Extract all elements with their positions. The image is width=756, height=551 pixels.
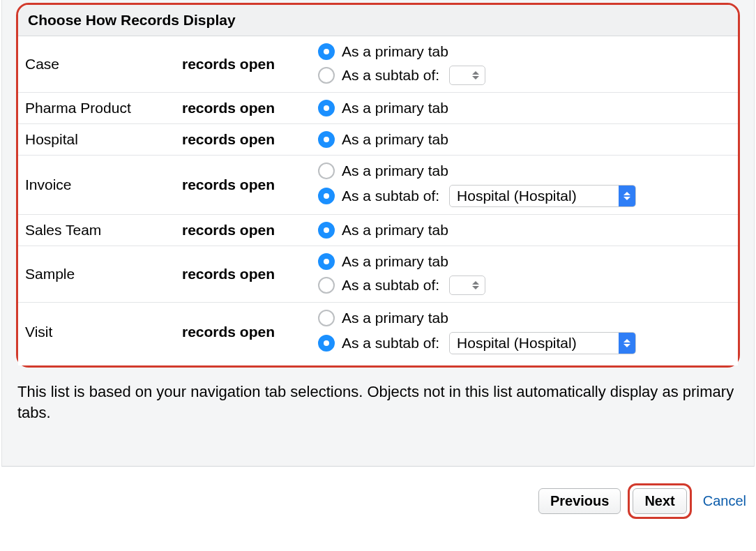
radio-primary[interactable] bbox=[318, 131, 335, 148]
object-name: Pharma Product bbox=[18, 93, 175, 124]
subtab-select[interactable]: Hospital (Hospital) bbox=[449, 332, 636, 354]
previous-button[interactable]: Previous bbox=[538, 488, 621, 514]
options-cell: As a primary tabAs a subtab of: bbox=[311, 246, 738, 303]
chevron-updown-icon bbox=[619, 333, 635, 354]
radio-primary[interactable] bbox=[318, 163, 335, 179]
subtab-select[interactable] bbox=[449, 276, 485, 295]
subtab-select-value: Hospital (Hospital) bbox=[450, 188, 619, 204]
object-name: Sales Team bbox=[18, 215, 175, 246]
option-primary-label: As a primary tab bbox=[342, 163, 448, 179]
option-primary-row: As a primary tab bbox=[318, 160, 731, 182]
table-row: Sales Teamrecords openAs a primary tab bbox=[18, 215, 738, 246]
radio-primary[interactable] bbox=[318, 222, 335, 239]
table-row: Caserecords openAs a primary tabAs a sub… bbox=[18, 36, 738, 93]
option-primary-row: As a primary tab bbox=[318, 219, 731, 241]
option-primary-label: As a primary tab bbox=[342, 253, 448, 270]
radio-primary[interactable] bbox=[318, 310, 335, 326]
description-text: This list is based on your navigation ta… bbox=[2, 368, 754, 453]
radio-subtab[interactable] bbox=[318, 335, 335, 352]
records-open-label: records open bbox=[175, 124, 311, 156]
option-primary-label: As a primary tab bbox=[342, 222, 448, 239]
option-primary-row: As a primary tab bbox=[318, 250, 731, 273]
subtab-select-value: Hospital (Hospital) bbox=[450, 335, 619, 352]
radio-subtab[interactable] bbox=[318, 188, 335, 204]
subtab-select[interactable] bbox=[449, 66, 485, 85]
option-primary-row: As a primary tab bbox=[318, 128, 731, 151]
object-name: Visit bbox=[18, 303, 175, 366]
chevron-updown-icon bbox=[619, 186, 635, 206]
radio-primary[interactable] bbox=[318, 100, 335, 116]
radio-primary[interactable] bbox=[318, 253, 335, 270]
object-name: Sample bbox=[18, 246, 175, 303]
table-row: Pharma Productrecords openAs a primary t… bbox=[18, 93, 738, 124]
radio-subtab[interactable] bbox=[318, 67, 335, 84]
option-subtab-row: As a subtab of: bbox=[318, 273, 731, 298]
options-cell: As a primary tab bbox=[311, 124, 738, 156]
option-primary-row: As a primary tab bbox=[318, 307, 731, 329]
option-subtab-row: As a subtab of: bbox=[318, 63, 731, 88]
options-cell: As a primary tabAs a subtab of:Hospital … bbox=[311, 156, 738, 215]
option-subtab-label: As a subtab of: bbox=[342, 335, 439, 352]
table-row: Hospitalrecords openAs a primary tab bbox=[18, 124, 738, 156]
chevron-updown-icon bbox=[472, 71, 482, 80]
wizard-footer: Previous Next Cancel bbox=[0, 471, 756, 519]
records-open-label: records open bbox=[175, 156, 311, 215]
option-primary-row: As a primary tab bbox=[318, 40, 731, 63]
option-subtab-row: As a subtab of:Hospital (Hospital) bbox=[318, 329, 731, 357]
records-display-panel: Choose How Records Display Caserecords o… bbox=[16, 3, 740, 368]
subtab-select[interactable]: Hospital (Hospital) bbox=[449, 185, 636, 207]
table-row: Invoicerecords openAs a primary tabAs a … bbox=[18, 156, 738, 215]
option-primary-label: As a primary tab bbox=[342, 131, 448, 148]
records-table: Caserecords openAs a primary tabAs a sub… bbox=[18, 36, 738, 365]
option-primary-label: As a primary tab bbox=[342, 100, 448, 116]
section-title: Choose How Records Display bbox=[18, 5, 738, 36]
table-row: Samplerecords openAs a primary tabAs a s… bbox=[18, 246, 738, 303]
object-name: Hospital bbox=[18, 124, 175, 156]
records-open-label: records open bbox=[175, 215, 311, 246]
option-subtab-label: As a subtab of: bbox=[342, 277, 439, 294]
records-open-label: records open bbox=[175, 93, 311, 124]
option-primary-row: As a primary tab bbox=[318, 97, 731, 119]
option-subtab-row: As a subtab of:Hospital (Hospital) bbox=[318, 182, 731, 210]
option-subtab-label: As a subtab of: bbox=[342, 67, 439, 84]
object-name: Case bbox=[18, 36, 175, 93]
options-cell: As a primary tab bbox=[311, 215, 738, 246]
options-cell: As a primary tabAs a subtab of: bbox=[311, 36, 738, 93]
option-primary-label: As a primary tab bbox=[342, 43, 448, 60]
option-subtab-label: As a subtab of: bbox=[342, 188, 439, 204]
next-button[interactable]: Next bbox=[633, 488, 686, 514]
cancel-link[interactable]: Cancel bbox=[703, 493, 746, 509]
object-name: Invoice bbox=[18, 156, 175, 215]
option-primary-label: As a primary tab bbox=[342, 310, 448, 326]
radio-subtab[interactable] bbox=[318, 277, 335, 294]
records-open-label: records open bbox=[175, 246, 311, 303]
table-row: Visitrecords openAs a primary tabAs a su… bbox=[18, 303, 738, 366]
options-cell: As a primary tab bbox=[311, 93, 738, 124]
next-button-highlight: Next bbox=[628, 483, 691, 519]
records-open-label: records open bbox=[175, 303, 311, 366]
options-cell: As a primary tabAs a subtab of:Hospital … bbox=[311, 303, 738, 366]
radio-primary[interactable] bbox=[318, 43, 335, 60]
chevron-updown-icon bbox=[472, 281, 482, 289]
records-open-label: records open bbox=[175, 36, 311, 93]
